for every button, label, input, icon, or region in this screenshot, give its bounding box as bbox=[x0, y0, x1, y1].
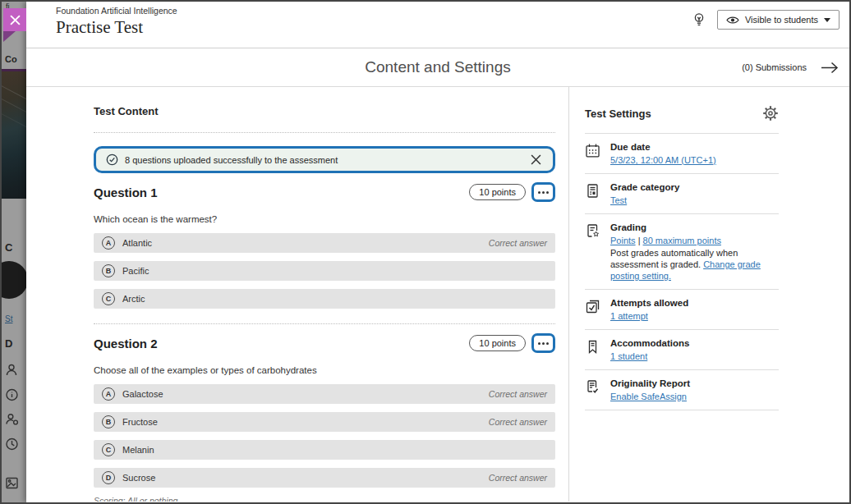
accommodations-icon bbox=[585, 338, 600, 362]
question-prompt: Which ocean is the warmest? bbox=[94, 214, 555, 224]
check-circle-icon bbox=[106, 153, 118, 166]
answer-option-row: BPacific bbox=[94, 261, 555, 281]
close-icon bbox=[10, 15, 21, 25]
settings-item-links: 5/3/23, 12:00 AM (UTC+1) bbox=[610, 154, 716, 166]
next-page-arrow-button[interactable] bbox=[820, 61, 840, 75]
option-label: Fructose bbox=[122, 417, 158, 427]
settings-item-links: 1 attempt bbox=[610, 310, 688, 322]
link-separator: | bbox=[636, 236, 643, 245]
ellipsis-dot bbox=[546, 342, 549, 345]
ellipsis-dot bbox=[538, 191, 540, 194]
calendar-icon bbox=[585, 142, 600, 166]
question-header: Question 110 points bbox=[94, 182, 555, 202]
settings-item-body: GradingPoints | 80 maximum pointsPost gr… bbox=[610, 222, 779, 282]
submissions-link[interactable]: (0) Submissions bbox=[742, 62, 807, 72]
settings-link[interactable]: Points bbox=[610, 236, 636, 245]
settings-item-links: Enable SafeAssign bbox=[610, 391, 690, 402]
test-content-column: Test Content 8 questions uploaded succes… bbox=[26, 87, 569, 502]
help-tips-button[interactable] bbox=[692, 12, 706, 27]
answer-option-row: CMelanin bbox=[94, 440, 555, 460]
more-options-button[interactable] bbox=[531, 182, 555, 202]
settings-item: Attempts allowed1 attempt bbox=[585, 290, 779, 330]
correct-answer-label: Correct answer bbox=[489, 238, 547, 248]
settings-item-text: Post grades automatically when assessmen… bbox=[610, 247, 779, 282]
settings-item-body: Due date5/3/23, 12:00 AM (UTC+1) bbox=[610, 142, 716, 166]
settings-item: Originality ReportEnable SafeAssign bbox=[585, 370, 779, 410]
tab-content-and-settings: Content and Settings bbox=[365, 58, 510, 76]
settings-item-title: Grading bbox=[610, 222, 779, 232]
eye-icon bbox=[726, 16, 739, 25]
ellipsis-dot bbox=[546, 191, 549, 194]
settings-link[interactable]: 5/3/23, 12:00 AM (UTC+1) bbox=[610, 155, 716, 165]
settings-item: Grade categoryTest bbox=[585, 174, 779, 214]
settings-link[interactable]: 1 student bbox=[610, 351, 647, 361]
settings-link[interactable]: Test bbox=[610, 195, 627, 205]
background-course-page-strip: fi Co C St D bbox=[2, 2, 26, 502]
answer-option-row: BFructoseCorrect answer bbox=[94, 412, 555, 432]
originality-icon bbox=[585, 378, 600, 402]
settings-item-title: Originality Report bbox=[610, 378, 690, 388]
correct-answer-label: Correct answer bbox=[489, 417, 547, 427]
question-header: Question 210 points bbox=[94, 333, 555, 353]
modal-backdrop bbox=[2, 2, 26, 502]
question-block: Question 210 pointsChoose all of the exa… bbox=[94, 333, 555, 502]
settings-list: Due date5/3/23, 12:00 AM (UTC+1)Grade ca… bbox=[585, 134, 779, 410]
settings-item-title: Due date bbox=[610, 142, 716, 152]
settings-link[interactable]: 80 maximum points bbox=[643, 236, 721, 245]
option-letter: D bbox=[102, 471, 115, 484]
lightbulb-icon bbox=[692, 12, 706, 27]
settings-item-title: Accommodations bbox=[610, 338, 690, 348]
test-settings-column: Test Settings Due date5/3/23, 12:00 AM (… bbox=[569, 87, 849, 502]
settings-gear-button[interactable] bbox=[762, 105, 779, 121]
ellipsis-dot bbox=[542, 191, 545, 194]
settings-item-body: Originality ReportEnable SafeAssign bbox=[610, 378, 690, 402]
alert-close-button[interactable] bbox=[529, 153, 543, 167]
settings-item-links: 1 student bbox=[610, 351, 690, 362]
settings-link[interactable]: 1 attempt bbox=[610, 311, 648, 321]
option-label: Pacific bbox=[122, 266, 149, 276]
close-button-fold bbox=[3, 31, 16, 42]
dotted-divider bbox=[94, 323, 555, 324]
close-icon bbox=[531, 154, 541, 165]
correct-answer-label: Correct answer bbox=[489, 473, 547, 483]
chevron-down-icon bbox=[824, 18, 830, 22]
option-letter: A bbox=[102, 236, 115, 250]
option-label: Arctic bbox=[122, 294, 145, 304]
question-prompt: Choose all of the examples or types of c… bbox=[94, 365, 555, 375]
visibility-dropdown-button[interactable]: Visible to students bbox=[717, 10, 840, 30]
close-panel-button[interactable] bbox=[3, 8, 26, 31]
correct-answer-label: Correct answer bbox=[489, 389, 547, 399]
panel-header: Foundation Artificial Intelligence Pract… bbox=[26, 2, 849, 48]
points-pill-button[interactable]: 10 points bbox=[469, 335, 526, 351]
answer-option-row: AGalactoseCorrect answer bbox=[94, 384, 555, 404]
answer-option-row: DSucroseCorrect answer bbox=[94, 468, 555, 488]
settings-link[interactable]: Change grade posting setting. bbox=[610, 259, 761, 281]
grading-icon bbox=[585, 222, 600, 282]
visibility-label: Visible to students bbox=[745, 15, 818, 25]
blackboard-test-editor-window: fi Co C St D Foundation Artificial Intel… bbox=[0, 0, 851, 504]
settings-link[interactable]: Enable SafeAssign bbox=[610, 392, 687, 401]
settings-item-body: Grade categoryTest bbox=[610, 182, 679, 206]
settings-item-title: Attempts allowed bbox=[610, 298, 688, 308]
answer-option-row: CArctic bbox=[94, 289, 555, 309]
settings-item: Accommodations1 student bbox=[585, 330, 779, 370]
question-block: Question 110 pointsWhich ocean is the wa… bbox=[94, 182, 555, 309]
option-label: Galactose bbox=[122, 389, 163, 399]
subheader-bar: Content and Settings (0) Submissions bbox=[26, 48, 849, 87]
points-pill-button[interactable]: 10 points bbox=[469, 184, 526, 200]
scoring-note: Scoring: All or nothing bbox=[94, 496, 555, 502]
option-letter: C bbox=[102, 443, 115, 456]
settings-item: Due date5/3/23, 12:00 AM (UTC+1) bbox=[585, 134, 779, 174]
more-options-button[interactable] bbox=[531, 333, 555, 353]
option-letter: B bbox=[102, 264, 115, 277]
option-letter: A bbox=[102, 387, 115, 401]
gear-icon bbox=[762, 105, 779, 121]
alert-message: 8 questions uploaded successfully to the… bbox=[125, 155, 338, 165]
ellipsis-dot bbox=[538, 342, 540, 345]
option-label: Melanin bbox=[122, 445, 154, 455]
option-letter: B bbox=[102, 415, 115, 428]
settings-item-title: Grade category bbox=[610, 182, 679, 192]
answer-option-row: AAtlanticCorrect answer bbox=[94, 233, 555, 253]
settings-item: GradingPoints | 80 maximum pointsPost gr… bbox=[585, 214, 779, 290]
option-label: Sucrose bbox=[122, 473, 155, 483]
